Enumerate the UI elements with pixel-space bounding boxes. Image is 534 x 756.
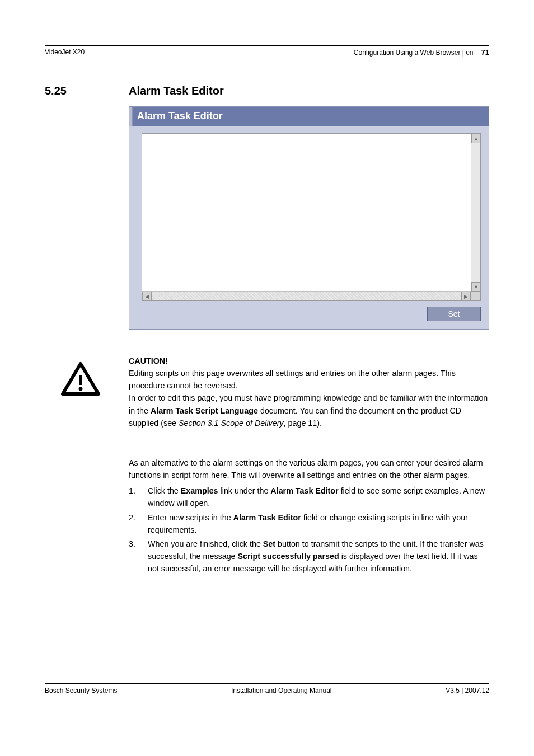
- chapter-title: Configuration Using a Web Browser | en: [354, 49, 474, 57]
- scroll-corner: [471, 291, 480, 300]
- section-heading: 5.25 Alarm Task Editor: [45, 84, 489, 97]
- horizontal-scrollbar[interactable]: ◀ ▶: [142, 291, 471, 300]
- alarm-task-editor-panel: Alarm Task Editor ▲ ▼ ◀ ▶ Set: [129, 106, 489, 330]
- set-button-label: Set: [263, 539, 275, 548]
- scroll-right-icon[interactable]: ▶: [461, 292, 471, 301]
- caution-triangle-icon: [60, 361, 101, 396]
- caution-block: CAUTION! Editing scripts on this page ov…: [45, 350, 489, 435]
- success-message-label: Script successfully parsed: [238, 552, 339, 561]
- page-header: VideoJet X20 Configuration Using a Web B…: [45, 48, 489, 57]
- step-2: Enter new scripts in the Alarm Task Edit…: [129, 511, 489, 536]
- scroll-up-icon[interactable]: ▲: [471, 134, 481, 143]
- section-number: 5.25: [45, 84, 129, 97]
- footer-rule: [45, 683, 489, 684]
- header-rule: [45, 45, 489, 46]
- step-text: When you are finished, click the: [148, 539, 263, 548]
- intro-paragraph: As an alternative to the alarm settings …: [129, 457, 489, 481]
- footer-left: Bosch Security Systems: [45, 687, 117, 694]
- body-text: As an alternative to the alarm settings …: [129, 457, 489, 575]
- scroll-down-icon[interactable]: ▼: [471, 282, 481, 292]
- step-text: link under the: [218, 486, 271, 495]
- editor-field-label: Alarm Task Editor: [233, 513, 301, 522]
- caution-doc-name: Alarm Task Script Language: [151, 406, 258, 415]
- svg-point-1: [79, 387, 83, 391]
- scroll-track[interactable]: [152, 292, 461, 300]
- product-name: VideoJet X20: [45, 48, 85, 57]
- step-text: Click the: [148, 486, 181, 495]
- page-footer: Bosch Security Systems Installation and …: [45, 683, 489, 694]
- caution-heading: CAUTION!: [129, 355, 489, 367]
- caution-section-ref: Section 3.1 Scope of Delivery: [179, 419, 284, 428]
- step-text: Enter new scripts in the: [148, 513, 233, 522]
- examples-link-label: Examples: [181, 486, 218, 495]
- caution-paragraph-1: Editing scripts on this page overwrites …: [129, 367, 489, 392]
- step-3: When you are finished, click the Set but…: [129, 538, 489, 575]
- footer-right: V3.5 | 2007.12: [446, 687, 489, 694]
- editor-panel-title: Alarm Task Editor: [129, 107, 489, 126]
- steps-list: Click the Examples link under the Alarm …: [129, 485, 489, 575]
- vertical-scrollbar[interactable]: ▲ ▼: [471, 134, 480, 292]
- editor-field-label: Alarm Task Editor: [270, 486, 338, 495]
- caution-paragraph-2: In order to edit this page, you must hav…: [129, 392, 489, 429]
- page-number: 71: [481, 48, 489, 57]
- footer-center: Installation and Operating Manual: [231, 687, 331, 694]
- editor-body: ▲ ▼ ◀ ▶ Set: [129, 126, 489, 329]
- svg-rect-0: [79, 375, 82, 385]
- caution-text: , page 11).: [284, 419, 322, 428]
- scroll-left-icon[interactable]: ◀: [142, 292, 152, 301]
- section-title: Alarm Task Editor: [129, 84, 224, 97]
- step-1: Click the Examples link under the Alarm …: [129, 485, 489, 509]
- script-textarea[interactable]: ▲ ▼ ◀ ▶: [142, 133, 481, 301]
- set-button[interactable]: Set: [427, 307, 481, 321]
- caution-bottom-rule: [129, 435, 489, 435]
